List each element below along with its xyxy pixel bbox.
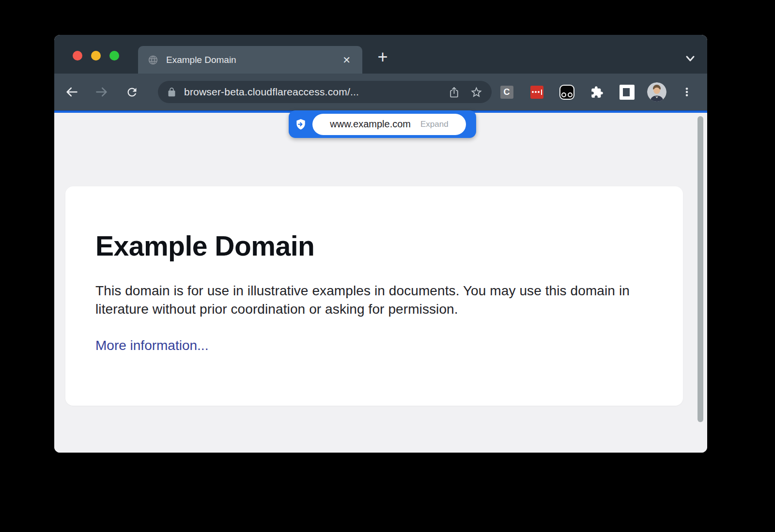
page-heading: Example Domain [95, 231, 653, 261]
page-paragraph: This domain is for use in illustrative e… [95, 282, 652, 319]
window-controls [73, 51, 119, 61]
toolbar: browser-beta.cloudflareaccess.com/... C [54, 74, 707, 110]
bookmark-star-icon[interactable] [470, 86, 483, 99]
goggles-icon [559, 85, 574, 100]
tab-title: Example Domain [166, 55, 341, 65]
isolation-domain-pill[interactable]: www.example.com Expand [312, 114, 466, 135]
expand-button[interactable]: Expand [420, 120, 449, 129]
profile-avatar[interactable] [642, 82, 672, 102]
extensions-puzzle-button[interactable] [582, 86, 612, 99]
tab-strip: Example Domain ✕ + [54, 35, 707, 74]
browser-tab[interactable]: Example Domain ✕ [138, 46, 362, 74]
browser-menu-button[interactable] [672, 86, 702, 98]
more-information-link[interactable]: More information... [95, 338, 208, 353]
extension-c-button[interactable]: C [492, 86, 522, 99]
extension-c-icon: C [500, 86, 513, 99]
extension-goggles-button[interactable] [552, 85, 582, 100]
back-button[interactable] [62, 82, 81, 102]
page-card: Example Domain This domain is for use in… [65, 186, 683, 406]
side-panel-button[interactable] [612, 85, 642, 100]
reload-button[interactable] [122, 82, 141, 102]
browser-window: Example Domain ✕ + browser-beta.cloudfla… [54, 35, 707, 453]
extensions-area: C [492, 82, 702, 102]
forward-button[interactable] [92, 82, 111, 102]
share-icon[interactable] [448, 86, 460, 98]
extension-lastpass-button[interactable] [522, 86, 552, 99]
avatar [647, 82, 666, 102]
shield-arrow-icon [289, 118, 312, 131]
isolated-domain-text: www.example.com [330, 119, 411, 130]
minimize-window-button[interactable] [91, 51, 101, 61]
side-panel-icon [620, 85, 635, 100]
lastpass-icon [530, 86, 543, 99]
puzzle-icon [590, 86, 604, 99]
tab-search-chevron-icon[interactable] [684, 52, 697, 67]
isolation-pill[interactable]: www.example.com Expand [289, 110, 476, 138]
new-tab-button[interactable]: + [372, 46, 393, 68]
close-window-button[interactable] [73, 51, 82, 61]
address-bar[interactable]: browser-beta.cloudflareaccess.com/... [158, 81, 492, 103]
zoom-window-button[interactable] [109, 51, 119, 61]
kebab-menu-icon [681, 86, 693, 98]
lock-icon[interactable] [167, 87, 177, 97]
scrollbar-thumb[interactable] [698, 116, 703, 422]
url-text: browser-beta.cloudflareaccess.com/... [184, 86, 448, 98]
tab-close-icon[interactable]: ✕ [341, 53, 353, 67]
content-area: www.example.com Expand Example Domain Th… [54, 113, 707, 453]
globe-favicon-icon [148, 55, 158, 65]
